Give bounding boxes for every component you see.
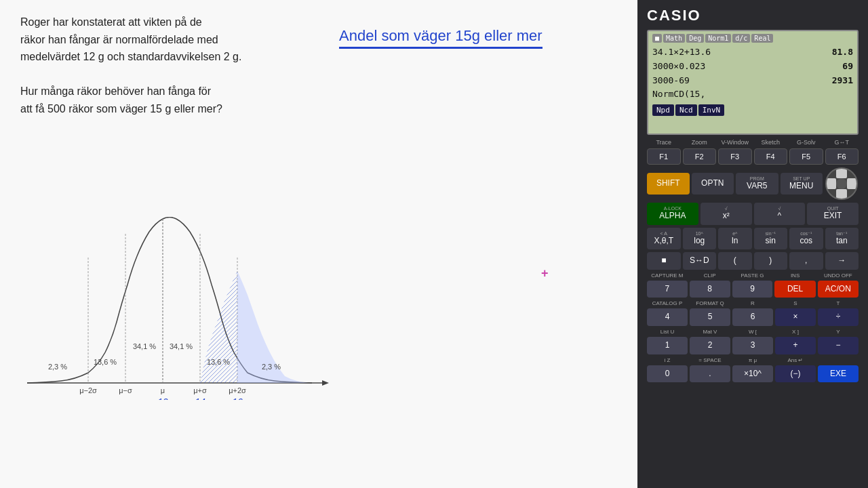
- f5-button[interactable]: F5: [789, 148, 823, 165]
- screen-row-2: 3000×0.023 69: [652, 60, 853, 74]
- screen-ncd-btn[interactable]: Ncd: [675, 104, 697, 116]
- tan-button[interactable]: tan⁻¹ tan: [825, 228, 859, 250]
- optn-button[interactable]: OPTN: [692, 173, 734, 195]
- menu-button[interactable]: SET UP MENU: [781, 173, 823, 195]
- exit-button[interactable]: QUIT EXIT: [807, 203, 859, 225]
- svg-marker-1: [322, 380, 329, 386]
- alpha-row: A-LOCK ALPHA √ x² √ ^ QUIT EXIT: [647, 203, 859, 225]
- screen-result-1: 81.8: [832, 45, 853, 60]
- seven-button[interactable]: 7: [647, 281, 688, 298]
- screen-row-1: 34.1×2+13.6 81.8: [652, 45, 853, 60]
- vars-button[interactable]: PRGM VAR5: [736, 173, 778, 195]
- cursor-plus: +: [541, 266, 549, 281]
- f2-button[interactable]: F2: [683, 148, 717, 165]
- screen-expr-2: 3000×0.023: [652, 60, 705, 74]
- xthetat-button[interactable]: < A X,θ,T: [647, 228, 681, 250]
- fkey-label-gsolv: G-Solv: [789, 139, 823, 146]
- svg-text:μ: μ: [161, 386, 165, 394]
- four-button[interactable]: 4: [647, 308, 688, 326]
- screen-expr-1: 34.1×2+13.6: [652, 45, 711, 60]
- num-row-456: CATALOG P FORMAT Q R S T 4 5 6 × ÷: [647, 300, 859, 326]
- log-button[interactable]: 10^ log: [683, 228, 717, 250]
- alpha-button[interactable]: A-LOCK ALPHA: [647, 203, 698, 225]
- fkeys-labels-row: Trace Zoom V-Window Sketch G-Solv G↔T: [647, 139, 859, 146]
- calc-brand: CASIO: [647, 7, 859, 24]
- screen-tab-norm: Norm1: [705, 34, 731, 43]
- fkey-label-trace: Trace: [647, 139, 681, 146]
- minus-button[interactable]: −: [818, 337, 859, 354]
- screen-invn-btn[interactable]: InvN: [698, 104, 725, 116]
- num-row-123: List U Mat V W [ X ] Y 1 2 3 + −: [647, 329, 859, 354]
- screen-tab-icon: ■: [652, 34, 662, 43]
- multiply-button[interactable]: ×: [775, 308, 816, 326]
- screen-row-4: NormCD(15,: [652, 87, 853, 102]
- arrow-button[interactable]: →: [825, 252, 859, 270]
- svg-text:14: 14: [195, 396, 205, 400]
- shift-button[interactable]: SHIFT: [647, 173, 690, 195]
- svg-text:μ+σ: μ+σ: [193, 386, 207, 394]
- plus-button[interactable]: +: [775, 337, 816, 354]
- lparen-button[interactable]: (: [718, 252, 752, 270]
- rparen-button[interactable]: ): [754, 252, 788, 270]
- cos-button[interactable]: cos⁻¹ cos: [789, 228, 823, 250]
- f6-button[interactable]: F6: [825, 148, 859, 165]
- svg-text:34,1 %: 34,1 %: [133, 342, 156, 350]
- fkey-label-sketch: Sketch: [754, 139, 788, 146]
- num-row-0: i Z = SPACE π μ Ans ↵ 0 . ×10^ (−) EXE: [647, 357, 859, 383]
- divide-button[interactable]: ÷: [818, 308, 859, 326]
- del-button[interactable]: DEL: [774, 281, 815, 298]
- screen-result-2: 69: [842, 60, 853, 74]
- six-button[interactable]: 6: [732, 308, 773, 326]
- ac-button[interactable]: AC/ON: [818, 281, 859, 298]
- svg-rect-9: [237, 217, 319, 386]
- screen-tab-real: Real: [751, 34, 773, 43]
- svg-text:2,3 %: 2,3 %: [262, 363, 281, 371]
- fkey-label-gt: G↔T: [825, 139, 859, 146]
- calc-screen: ■ Math Deg Norm1 d/c Real 34.1×2+13.6 81…: [647, 30, 859, 135]
- eight-button[interactable]: 8: [690, 281, 730, 298]
- comma-button[interactable]: ,: [789, 252, 823, 270]
- trig-row: < A X,θ,T 10^ log e^ ln sin⁻¹ sin cos⁻¹ …: [647, 228, 859, 250]
- screen-expr-4: NormCD(15,: [652, 87, 705, 102]
- f1-button[interactable]: F1: [647, 148, 681, 165]
- dot-button[interactable]: .: [690, 365, 730, 383]
- problem-line-1: Roger har konstaterat att vikten på de: [20, 16, 202, 28]
- screen-expr-3: 3000-69: [652, 74, 690, 88]
- screen-tab-math: Math: [663, 34, 685, 43]
- svg-text:13,6 %: 13,6 %: [207, 358, 230, 366]
- problem-line-5: att få 500 räkor som väger 15 g eller me…: [20, 103, 222, 115]
- three-button[interactable]: 3: [732, 337, 773, 354]
- neg-button[interactable]: (−): [775, 365, 816, 383]
- screen-tabs: ■ Math Deg Norm1 d/c Real: [652, 34, 853, 43]
- frac-button[interactable]: ■: [647, 252, 681, 270]
- one-button[interactable]: 1: [647, 337, 688, 354]
- screen-npd-btn[interactable]: Npd: [652, 104, 674, 116]
- svg-text:16: 16: [232, 396, 243, 400]
- screen-row-3: 3000-69 2931: [652, 74, 853, 88]
- content-area: Roger har konstaterat att vikten på de r…: [0, 0, 637, 488]
- sin-button[interactable]: sin⁻¹ sin: [754, 228, 788, 250]
- nine-button[interactable]: 9: [732, 281, 773, 298]
- x2-button[interactable]: √ x²: [701, 203, 752, 225]
- screen-bottom-bar: Npd Ncd InvN: [652, 104, 853, 116]
- fkeys-row: F1 F2 F3 F4 F5 F6: [647, 148, 859, 165]
- ln-button[interactable]: e^ ln: [718, 228, 752, 250]
- zero-button[interactable]: 0: [647, 365, 688, 383]
- nav-circle-wrap[interactable]: [825, 167, 859, 200]
- screen-result-3: 2931: [832, 74, 853, 88]
- five-button[interactable]: 5: [690, 308, 730, 326]
- sd-button[interactable]: S↔D: [683, 252, 717, 270]
- f3-button[interactable]: F3: [718, 148, 752, 165]
- f4-button[interactable]: F4: [754, 148, 788, 165]
- exe-button[interactable]: EXE: [818, 365, 859, 383]
- nav-circle[interactable]: [825, 167, 858, 200]
- shift-row: SHIFT OPTN PRGM VAR5 SET UP MENU: [647, 167, 859, 200]
- two-button[interactable]: 2: [690, 337, 730, 354]
- num-row-789: CAPTURE M CLIP PASTE G 7 8 9 INS UNDO OF…: [647, 272, 859, 298]
- power-button[interactable]: √ ^: [754, 203, 806, 225]
- bell-curve-chart: 2,3 % 13,6 % 34,1 % 34,1 % 13,6 % 2,3 % …: [20, 217, 332, 407]
- exp-button[interactable]: ×10^: [732, 365, 773, 383]
- svg-text:μ−2σ: μ−2σ: [79, 386, 97, 394]
- problem-line-4: Hur många räkor behöver han fånga för: [20, 85, 211, 97]
- nav-center[interactable]: [836, 178, 847, 189]
